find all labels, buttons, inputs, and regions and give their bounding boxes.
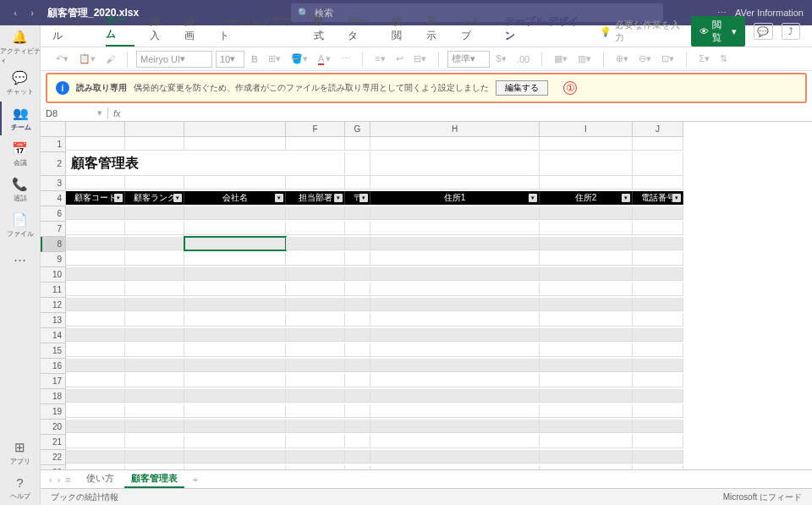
cell[interactable]	[633, 420, 683, 433]
cell[interactable]	[66, 252, 125, 266]
format-button[interactable]: ⊡▾	[658, 52, 678, 66]
filter-dropdown-icon[interactable]: ▾	[173, 194, 182, 202]
cell[interactable]	[286, 359, 345, 372]
cell[interactable]	[184, 374, 286, 387]
cell[interactable]	[370, 313, 540, 327]
cell[interactable]	[184, 298, 286, 311]
row-header[interactable]: 2	[41, 152, 66, 176]
cell[interactable]	[66, 389, 125, 403]
cell[interactable]	[345, 328, 370, 342]
cell[interactable]	[286, 283, 345, 296]
filter-dropdown-icon[interactable]: ▾	[529, 194, 537, 202]
cell[interactable]	[66, 176, 125, 189]
table-header[interactable]: 会社名▾	[184, 191, 286, 205]
format-painter-button[interactable]: 🖌	[102, 52, 118, 66]
view-mode-button[interactable]: 👁 閲覧 ▾	[691, 16, 745, 47]
cell[interactable]	[125, 374, 184, 387]
cell[interactable]	[540, 343, 633, 357]
rail-ファイル[interactable]: 📄ファイル	[0, 208, 41, 242]
tab-挿入[interactable]: 挿入	[150, 14, 169, 47]
cell[interactable]	[125, 176, 184, 189]
merge-button[interactable]: ⊟▾	[410, 52, 430, 66]
cell[interactable]	[66, 206, 125, 220]
undo-button[interactable]: ↶▾	[52, 52, 72, 66]
cell[interactable]	[286, 152, 345, 176]
cell[interactable]	[184, 420, 286, 433]
spreadsheet-grid[interactable]: FGHIJ12顧客管理表34顧客コード▾顧客ランク▾会社名▾担当部署▾〒▾住所1…	[41, 122, 812, 469]
cell[interactable]	[184, 450, 286, 464]
row-header[interactable]: 13	[41, 313, 66, 328]
tab-ヘルプ[interactable]: ヘルプ	[461, 14, 490, 47]
cell[interactable]	[345, 267, 370, 281]
forward-icon[interactable]: ›	[25, 6, 39, 19]
currency-button[interactable]: $▾	[493, 52, 510, 66]
cond-format-button[interactable]: ▦▾	[551, 52, 571, 66]
cell[interactable]	[633, 465, 683, 469]
cell[interactable]	[184, 137, 286, 151]
cell[interactable]	[540, 374, 633, 387]
row-header[interactable]: 17	[41, 374, 66, 389]
cell[interactable]	[184, 267, 286, 281]
row-header[interactable]: 15	[41, 343, 66, 359]
sheet-prev-icon[interactable]: ‹	[49, 475, 52, 485]
cell[interactable]	[633, 404, 683, 418]
cell[interactable]	[286, 267, 345, 281]
cell[interactable]	[345, 404, 370, 418]
cell[interactable]	[286, 404, 345, 418]
tab-テーブル デザイン[interactable]: テーブル デザイン	[505, 14, 584, 47]
cell[interactable]	[66, 283, 125, 296]
cell[interactable]	[286, 435, 345, 448]
cell[interactable]	[540, 298, 633, 311]
cell[interactable]	[286, 298, 345, 311]
cell[interactable]	[540, 328, 633, 342]
cell[interactable]	[286, 465, 345, 469]
cell[interactable]	[370, 450, 540, 464]
rail-通話[interactable]: 📞通話	[0, 173, 41, 206]
bold-button[interactable]: B	[248, 52, 261, 66]
cell[interactable]	[370, 404, 540, 418]
cell[interactable]	[345, 252, 370, 266]
cell[interactable]	[633, 237, 683, 250]
cell[interactable]	[540, 435, 633, 448]
cell[interactable]	[125, 137, 184, 151]
tab-データ[interactable]: データ	[348, 14, 376, 47]
rail-チャット[interactable]: 💬チャット	[0, 66, 41, 100]
status-left[interactable]: ブックの統計情報	[51, 491, 118, 503]
cell[interactable]	[184, 313, 286, 327]
cell[interactable]	[633, 206, 683, 220]
cell[interactable]	[370, 283, 540, 296]
table-header[interactable]: 担当部署▾	[286, 191, 345, 205]
status-right[interactable]: Microsoft にフィード	[723, 491, 802, 503]
rail-チーム[interactable]: 👥チーム	[0, 102, 41, 135]
cell[interactable]	[286, 420, 345, 433]
row-header[interactable]: 3	[41, 176, 66, 191]
cell[interactable]	[370, 298, 540, 311]
tab-表示[interactable]: 表示	[426, 14, 446, 47]
cell[interactable]	[370, 465, 540, 469]
cell[interactable]	[125, 465, 184, 469]
col-header[interactable]	[184, 122, 286, 137]
cell[interactable]	[184, 176, 286, 189]
cell[interactable]	[286, 374, 345, 387]
cell[interactable]	[540, 206, 633, 220]
cell[interactable]	[370, 252, 540, 266]
row-header[interactable]: 8	[41, 237, 66, 252]
cell[interactable]	[370, 420, 540, 433]
cell[interactable]	[540, 152, 633, 176]
cell[interactable]	[125, 252, 184, 266]
cell[interactable]	[345, 152, 370, 176]
cell[interactable]	[633, 283, 683, 296]
cell[interactable]	[66, 328, 125, 342]
row-header[interactable]: 7	[41, 222, 66, 237]
cell[interactable]	[345, 374, 370, 387]
row-header[interactable]: 12	[41, 298, 66, 313]
delete-button[interactable]: ⊖▾	[635, 52, 655, 66]
rail-ヘルプ[interactable]: ?ヘルプ	[0, 471, 41, 505]
cell[interactable]	[286, 343, 345, 357]
rail-アプリ[interactable]: ⊞アプリ	[0, 436, 41, 469]
col-header[interactable]: F	[286, 122, 345, 137]
filter-dropdown-icon[interactable]: ▾	[359, 194, 368, 202]
cell[interactable]	[345, 465, 370, 469]
cell[interactable]	[540, 389, 633, 403]
cell[interactable]	[66, 343, 125, 357]
